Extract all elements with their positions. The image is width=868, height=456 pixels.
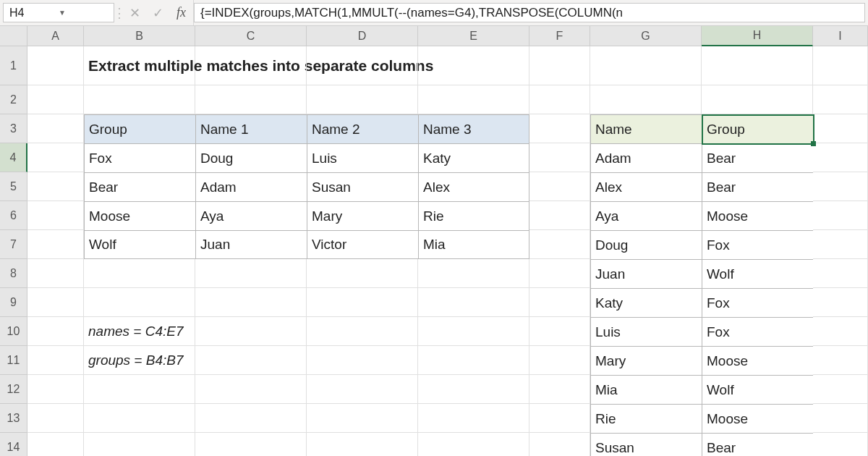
cell-I8[interactable]	[813, 259, 868, 288]
cell-A9[interactable]	[27, 288, 84, 317]
cell-A5[interactable]	[27, 172, 84, 201]
cell-A6[interactable]	[27, 201, 84, 230]
col-header-I[interactable]: I	[813, 26, 868, 46]
cell-H5[interactable]: Bear	[702, 172, 813, 201]
cell-F11[interactable]	[529, 346, 590, 375]
cell-C7[interactable]: Juan	[195, 230, 307, 259]
cell-E3[interactable]: Name 3	[418, 114, 529, 143]
cell-I3[interactable]	[813, 114, 868, 143]
col-header-A[interactable]: A	[27, 26, 84, 46]
cell-C14[interactable]	[195, 433, 307, 456]
row-header-5[interactable]: 5	[0, 172, 27, 201]
col-header-E[interactable]: E	[418, 26, 529, 46]
cell-C6[interactable]: Aya	[195, 201, 307, 230]
row-header-7[interactable]: 7	[0, 230, 27, 259]
cell-G12[interactable]: Mia	[590, 375, 702, 404]
cell-E4[interactable]: Katy	[418, 143, 529, 172]
cell-H1[interactable]	[702, 46, 813, 85]
cell-E7[interactable]: Mia	[418, 230, 529, 259]
cell-C12[interactable]	[195, 375, 307, 404]
col-header-D[interactable]: D	[307, 26, 418, 46]
cell-D6[interactable]: Mary	[307, 201, 418, 230]
cell-F13[interactable]	[529, 404, 590, 433]
cell-D8[interactable]	[307, 259, 418, 288]
cell-A7[interactable]	[27, 230, 84, 259]
cell-I12[interactable]	[813, 375, 868, 404]
cell-A4[interactable]	[27, 143, 84, 172]
cell-H12[interactable]: Wolf	[702, 375, 813, 404]
cell-E2[interactable]	[418, 85, 529, 114]
cell-C1[interactable]	[195, 46, 307, 85]
cell-B1[interactable]: Extract multiple matches into separate c…	[84, 46, 195, 85]
cell-G5[interactable]: Alex	[590, 172, 702, 201]
cell-I5[interactable]	[813, 172, 868, 201]
row-header-10[interactable]: 10	[0, 317, 27, 346]
cell-I10[interactable]	[813, 317, 868, 346]
cell-F5[interactable]	[529, 172, 590, 201]
row-header-11[interactable]: 11	[0, 346, 27, 375]
cell-H14[interactable]: Bear	[702, 433, 813, 456]
cell-F3[interactable]	[529, 114, 590, 143]
cell-E13[interactable]	[418, 404, 529, 433]
cell-E12[interactable]	[418, 375, 529, 404]
row-header-8[interactable]: 8	[0, 259, 27, 288]
cell-F1[interactable]	[529, 46, 590, 85]
cell-I9[interactable]	[813, 288, 868, 317]
cell-A14[interactable]	[27, 433, 84, 456]
cell-I2[interactable]	[813, 85, 868, 114]
cell-A11[interactable]	[27, 346, 84, 375]
cell-C4[interactable]: Doug	[195, 143, 307, 172]
cell-F7[interactable]	[529, 230, 590, 259]
formula-input[interactable]: {=INDEX(groups,MATCH(1,MMULT(--(names=G4…	[194, 3, 865, 22]
cell-H8[interactable]: Wolf	[702, 259, 813, 288]
cell-G6[interactable]: Aya	[590, 201, 702, 230]
cell-F9[interactable]	[529, 288, 590, 317]
worksheet[interactable]: A B C D E F G H I 1 Extract multiple mat…	[0, 26, 868, 456]
cell-I11[interactable]	[813, 346, 868, 375]
cell-C9[interactable]	[195, 288, 307, 317]
cell-I1[interactable]	[813, 46, 868, 85]
cell-D1[interactable]	[307, 46, 418, 85]
cell-H9[interactable]: Fox	[702, 288, 813, 317]
cell-D3[interactable]: Name 2	[307, 114, 418, 143]
cell-B9[interactable]	[84, 288, 195, 317]
cell-E11[interactable]	[418, 346, 529, 375]
cell-B13[interactable]	[84, 404, 195, 433]
cell-A12[interactable]	[27, 375, 84, 404]
cell-H13[interactable]: Moose	[702, 404, 813, 433]
cell-E8[interactable]	[418, 259, 529, 288]
cell-H6[interactable]: Moose	[702, 201, 813, 230]
cell-D13[interactable]	[307, 404, 418, 433]
cell-I7[interactable]	[813, 230, 868, 259]
cell-D14[interactable]	[307, 433, 418, 456]
cell-D5[interactable]: Susan	[307, 172, 418, 201]
cell-G10[interactable]: Luis	[590, 317, 702, 346]
cell-C8[interactable]	[195, 259, 307, 288]
cell-A13[interactable]	[27, 404, 84, 433]
cell-G9[interactable]: Katy	[590, 288, 702, 317]
cell-G14[interactable]: Susan	[590, 433, 702, 456]
cell-G1[interactable]	[590, 46, 702, 85]
cell-C13[interactable]	[195, 404, 307, 433]
cell-D9[interactable]	[307, 288, 418, 317]
col-header-C[interactable]: C	[195, 26, 307, 46]
cell-H4[interactable]: Bear	[702, 143, 813, 172]
cell-B11[interactable]: groups = B4:B7	[84, 346, 195, 375]
cell-B8[interactable]	[84, 259, 195, 288]
cell-A2[interactable]	[27, 85, 84, 114]
cell-C5[interactable]: Adam	[195, 172, 307, 201]
cell-B12[interactable]	[84, 375, 195, 404]
cell-C10[interactable]	[195, 317, 307, 346]
cell-G3[interactable]: Name	[590, 114, 702, 143]
cell-D12[interactable]	[307, 375, 418, 404]
cell-G2[interactable]	[590, 85, 702, 114]
cell-B4[interactable]: Fox	[84, 143, 195, 172]
col-header-G[interactable]: G	[590, 26, 702, 46]
cell-B14[interactable]	[84, 433, 195, 456]
cell-I13[interactable]	[813, 404, 868, 433]
cell-F12[interactable]	[529, 375, 590, 404]
cancel-icon[interactable]: ✕	[123, 0, 146, 25]
cell-C2[interactable]	[195, 85, 307, 114]
cell-E9[interactable]	[418, 288, 529, 317]
cell-G8[interactable]: Juan	[590, 259, 702, 288]
